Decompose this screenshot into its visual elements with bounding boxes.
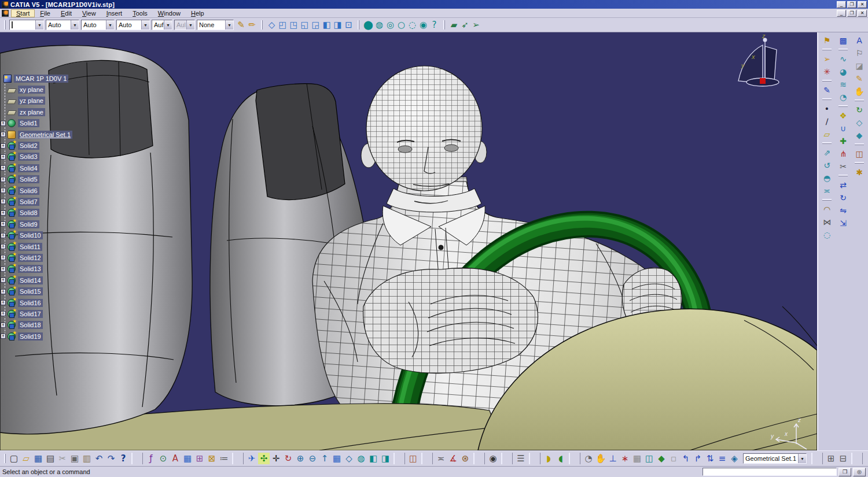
rotate-transform-icon[interactable]: ↻ <box>837 192 849 203</box>
power-input-field[interactable] <box>703 468 837 476</box>
select-mode-icon[interactable]: ➢ <box>470 20 481 31</box>
line-icon[interactable]: ∕ <box>821 116 833 127</box>
catalog-icon[interactable]: ◫ <box>854 148 865 159</box>
tree-item[interactable]: Solid11 <box>0 241 116 252</box>
scaling-icon[interactable]: ⇲ <box>837 217 849 228</box>
tree-expander-icon[interactable] <box>1 177 6 182</box>
tree-item[interactable]: Solid13 <box>0 264 116 275</box>
tree-expander-icon[interactable] <box>1 221 6 227</box>
update-icon[interactable]: ↻ <box>854 104 865 115</box>
collapse-tree-icon[interactable]: ⊟ <box>837 453 849 464</box>
tree-expander-icon[interactable] <box>1 300 6 305</box>
select-arrow-icon[interactable]: ➢ <box>821 53 833 64</box>
fit-all-in-icon[interactable]: ✣ <box>258 453 270 464</box>
fly-mode-icon[interactable]: ✈ <box>246 453 258 464</box>
menu-item[interactable]: Help <box>186 9 209 17</box>
smart-pick-icon[interactable]: ✳ <box>821 66 833 77</box>
stacked-views-icon[interactable]: ≡ <box>716 453 728 464</box>
tree-item[interactable]: Solid18 <box>0 320 116 331</box>
back-view-icon[interactable]: ◳ <box>288 20 299 31</box>
doc-restore-button[interactable] <box>847 10 856 17</box>
flag-note-icon[interactable]: ⚑ <box>821 35 833 46</box>
swap-visible-space-icon[interactable]: ⇅ <box>704 453 716 464</box>
fill-color-combo[interactable] <box>9 20 44 30</box>
normal-view-icon[interactable]: ↑ <box>319 453 330 464</box>
tree-expander-icon[interactable] <box>1 278 6 283</box>
revolve-surface-icon[interactable]: ↺ <box>821 160 833 171</box>
bottom-view-icon[interactable]: ◨ <box>332 20 343 31</box>
catalog-browser-icon[interactable]: ◫ <box>407 453 419 464</box>
title-bar[interactable]: CATIA V5 - [MCAR1P1D0V1iv.stp] <box>0 0 868 9</box>
capture-icon[interactable]: ◉ <box>487 453 499 464</box>
copy-icon[interactable]: ▣ <box>69 453 80 464</box>
tree-expander-icon[interactable] <box>1 121 6 126</box>
tree-expander-icon[interactable] <box>1 289 6 294</box>
customize-view-icon[interactable]: ? <box>429 20 440 31</box>
combo-arrow-icon[interactable] <box>141 20 149 29</box>
intersection-icon[interactable]: ⋈ <box>821 216 833 227</box>
tree-item[interactable]: Geometrical Set.1 <box>0 129 116 140</box>
toolbar-handle[interactable] <box>261 20 263 29</box>
rotate-icon[interactable]: ↻ <box>282 453 294 464</box>
tree-item[interactable]: Solid5 <box>0 174 116 185</box>
trim-icon[interactable]: ✂ <box>837 161 849 172</box>
front-view-icon[interactable]: ◰ <box>277 20 288 31</box>
design-table-icon[interactable]: ▦ <box>182 453 193 464</box>
tree-expander-icon[interactable] <box>1 334 6 339</box>
bee-analysis-icon[interactable]: ✱ <box>854 167 865 178</box>
graphic-property-combo[interactable]: Auto <box>81 20 115 30</box>
menu-item[interactable]: View <box>77 9 101 17</box>
tree-item[interactable]: Solid7 <box>0 196 116 207</box>
toolbar-handle[interactable] <box>443 20 445 29</box>
snap-first-element-icon[interactable]: ↰ <box>680 453 692 464</box>
graphic-property-combo[interactable]: None <box>197 20 234 30</box>
axis-system-icon[interactable]: ⊥ <box>607 453 619 464</box>
projection-icon[interactable]: ◠ <box>821 204 833 215</box>
combo-arrow-icon[interactable] <box>35 20 43 29</box>
toolbar-handle[interactable] <box>358 20 359 29</box>
fill-surface-icon[interactable]: ◕ <box>837 66 849 77</box>
tree-item[interactable]: Solid12 <box>0 252 116 263</box>
close-button[interactable] <box>858 1 867 8</box>
lock-icon[interactable]: ⊠ <box>206 453 218 464</box>
boundary-icon[interactable]: ◌ <box>821 229 833 240</box>
wireframe-toggle-icon[interactable]: ◇ <box>854 117 865 128</box>
tree-item[interactable]: Solid10 <box>0 230 116 241</box>
spiral-icon[interactable]: ◔ <box>583 453 594 464</box>
tree-item[interactable]: Solid6 <box>0 185 116 196</box>
knowledge-graph-icon[interactable]: ⊞ <box>194 453 205 464</box>
new-document-icon[interactable]: ▢ <box>8 453 20 464</box>
check-analysis-icon[interactable]: A <box>170 453 181 464</box>
combo-arrow-icon[interactable] <box>71 20 79 29</box>
tree-item[interactable]: Solid19 <box>0 331 116 342</box>
primitive-cylinder-icon[interactable]: ◫ <box>643 453 655 464</box>
look-at-icon[interactable]: ▰ <box>448 20 459 31</box>
knowledge-inspector-icon[interactable]: ⊙ <box>157 453 169 464</box>
wireframe-icon[interactable]: ○ <box>396 20 407 31</box>
constraints-icon[interactable]: ∗ <box>619 453 631 464</box>
toolbar-handle[interactable] <box>4 454 6 463</box>
sketcher-icon[interactable]: ✎ <box>821 84 833 95</box>
healing-icon[interactable]: ✚ <box>837 135 849 146</box>
paste-icon[interactable]: ▥ <box>81 453 93 464</box>
zoom-in-icon[interactable]: ⊕ <box>295 453 306 464</box>
menu-item[interactable]: Window <box>153 9 186 17</box>
menu-item[interactable]: File <box>35 9 56 17</box>
shading-toggle-icon[interactable]: ◆ <box>854 130 865 140</box>
pan-icon[interactable]: ✛ <box>270 453 282 464</box>
shading-mode-icon[interactable]: ◧ <box>367 453 379 464</box>
toolbar-handle[interactable] <box>4 20 6 29</box>
point-icon[interactable]: • <box>821 103 833 114</box>
combo-arrow-icon[interactable] <box>225 20 233 29</box>
measure-item-icon[interactable]: ∡ <box>447 453 459 464</box>
shading-with-edges-icon[interactable]: ◍ <box>374 20 385 31</box>
scene-graph-icon[interactable]: ☰ <box>515 453 527 464</box>
whats-this-icon[interactable]: ? <box>117 453 129 464</box>
tree-expander-icon[interactable] <box>1 210 6 216</box>
tree-item[interactable]: Solid15 <box>0 286 116 297</box>
tree-item[interactable]: Solid4 <box>0 162 116 173</box>
print-icon[interactable]: ▤ <box>45 453 56 464</box>
tree-expander-icon[interactable] <box>1 244 6 249</box>
copy-graphic-properties-icon[interactable]: ✎ <box>236 20 247 31</box>
render-style-icon[interactable]: ◍ <box>355 453 367 464</box>
